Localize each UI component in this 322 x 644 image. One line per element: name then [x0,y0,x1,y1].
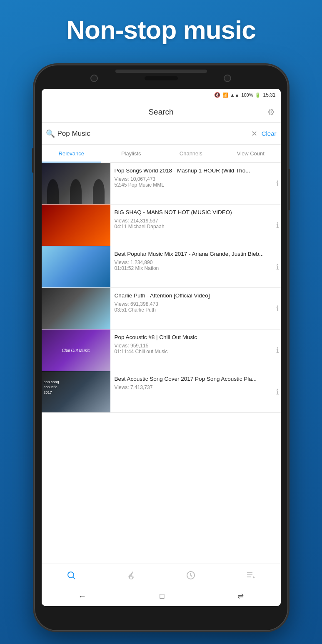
video-title: Best Popular Music Mix 2017 - Ariana Gra… [115,250,277,258]
wifi-icon: 📶 [222,92,228,98]
recents-button[interactable]: ⇌ [237,592,244,601]
phone-screen: 🔇 📶 ▲▲ 100% 🔋 15:31 Search ⚙ 🔍 ✕ Clear R… [42,89,281,606]
video-thumbnail: Chill Out Music [42,329,110,371]
status-bar: 🔇 📶 ▲▲ 100% 🔋 15:31 [42,89,281,101]
video-title: Pop Acoustic #8 | Chill Out Music [115,334,277,341]
nav-search[interactable] [66,570,76,580]
search-input[interactable] [57,130,249,138]
battery-icon: 🔋 [255,92,261,98]
svg-point-0 [68,572,74,578]
video-thumbnail [42,205,110,246]
info-button[interactable]: ℹ [276,179,279,188]
settings-icon[interactable]: ⚙ [267,107,275,117]
video-list: Pop Songs World 2018 - Mashup 1 HOUR (Wi… [42,163,281,564]
nav-history[interactable] [186,570,196,580]
svg-line-1 [73,577,75,579]
info-button[interactable]: ℹ [276,221,279,230]
app-header-title: Search [148,107,173,117]
clear-x-icon[interactable]: ✕ [251,129,257,138]
speaker [145,76,178,80]
time-text: 15:31 [263,92,275,98]
video-info: Best Acoustic Song Cover 2017 Pop Song A… [110,371,281,412]
hero-title: Non-stop music [0,16,322,44]
video-item[interactable]: pop song acoustic 2017Best Acoustic Song… [42,371,281,413]
search-icon: 🔍 [46,129,55,138]
video-title: BIG SHAQ - MANS NOT HOT (MUSIC VIDEO) [115,209,277,216]
video-thumbnail [42,288,110,329]
tab-channels[interactable]: Channels [161,145,221,162]
svg-marker-7 [253,576,255,579]
video-info: Pop Songs World 2018 - Mashup 1 HOUR (Wi… [110,163,281,204]
video-thumbnail [42,246,110,287]
tab-relevance[interactable]: Relevance [42,145,102,162]
clear-button[interactable]: Clear [262,130,277,137]
info-button[interactable]: ℹ [276,387,279,397]
video-meta: Views: 10,067,473 52:45 Pop Music MML [115,176,277,188]
video-meta: Views: 7,413,737 [115,384,277,390]
search-bar: 🔍 ✕ Clear [42,123,281,145]
tab-viewcount[interactable]: View Count [221,145,281,162]
battery-text: 100% [241,92,253,97]
signal-icon: ▲▲ [230,92,240,97]
video-item[interactable]: Pop Songs World 2018 - Mashup 1 HOUR (Wi… [42,163,281,205]
video-thumbnail [42,163,110,204]
video-title: Best Acoustic Song Cover 2017 Pop Song A… [115,375,277,383]
video-item[interactable]: BIG SHAQ - MANS NOT HOT (MUSIC VIDEO)Vie… [42,205,281,246]
info-button[interactable]: ℹ [276,304,279,313]
power-button [288,169,290,210]
video-item[interactable]: Chill Out MusicPop Acoustic #8 | Chill O… [42,329,281,371]
video-info: Charlie Puth - Attention [Official Video… [110,288,281,329]
video-meta: Views: 691,398,473 03:51 Charlie Puth [115,301,277,313]
mute-icon: 🔇 [214,92,220,98]
info-button[interactable]: ℹ [276,346,279,355]
video-meta: Views: 1,234,890 01:01:52 Mix Nation [115,260,277,271]
nav-playlist[interactable] [246,570,256,580]
phone-shell: 🔇 📶 ▲▲ 100% 🔋 15:31 Search ⚙ 🔍 ✕ Clear R… [34,65,288,631]
video-title: Charlie Puth - Attention [Official Video… [115,292,277,300]
tabs-row: Relevance Playlists Channels View Count [42,145,281,163]
home-button[interactable]: □ [160,592,165,601]
camera-right [224,75,231,82]
video-item[interactable]: Charlie Puth - Attention [Official Video… [42,288,281,329]
os-bar: ← □ ⇌ [42,586,281,606]
video-info: Best Popular Music Mix 2017 - Ariana Gra… [110,246,281,287]
nav-trending[interactable] [126,570,136,580]
back-button[interactable]: ← [78,592,87,601]
app-header: Search ⚙ [42,101,281,123]
video-info: Pop Acoustic #8 | Chill Out MusicViews: … [110,329,281,371]
video-info: BIG SHAQ - MANS NOT HOT (MUSIC VIDEO)Vie… [110,205,281,246]
video-thumbnail: pop song acoustic 2017 [42,371,110,412]
bottom-nav [42,564,281,586]
video-item[interactable]: Best Popular Music Mix 2017 - Ariana Gra… [42,246,281,288]
info-button[interactable]: ℹ [276,262,279,272]
video-meta: Views: 214,319,537 04:11 Michael Dapaah [115,218,277,230]
phone-top-bar [115,70,207,73]
video-meta: Views: 959,115 01:11:44 Chill out Music [115,343,277,354]
camera-left [90,75,98,82]
volume-button [32,148,34,173]
tab-playlists[interactable]: Playlists [101,145,161,162]
video-title: Pop Songs World 2018 - Mashup 1 HOUR (Wi… [115,167,277,175]
